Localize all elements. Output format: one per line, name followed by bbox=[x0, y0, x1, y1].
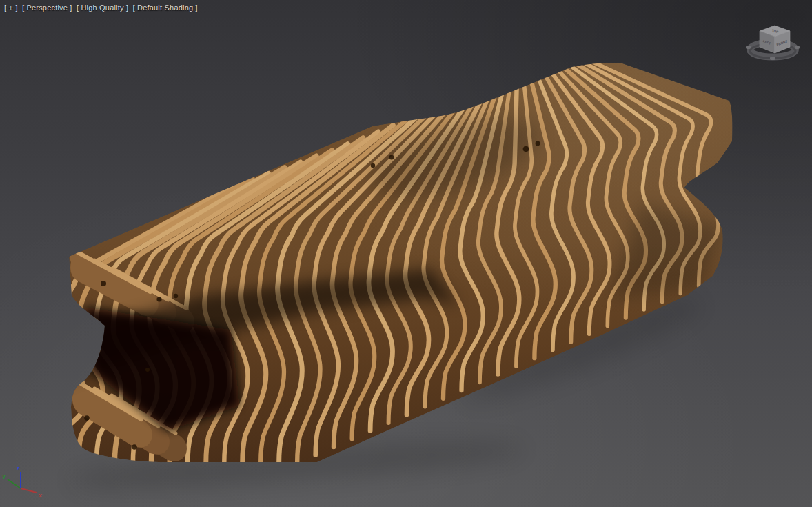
screw-hole bbox=[101, 281, 106, 286]
viewcube-ring-nub-south[interactable] bbox=[770, 57, 775, 60]
viewport-shading-menu[interactable]: [ Default Shading ] bbox=[133, 3, 198, 12]
screw-hole bbox=[145, 368, 150, 372]
screw-hole bbox=[132, 444, 137, 450]
screw-hole bbox=[174, 294, 178, 298]
x-axis-label: x bbox=[39, 492, 42, 499]
screw-hole bbox=[523, 146, 529, 152]
viewcube-ring-nub-west[interactable] bbox=[746, 46, 751, 49]
screw-hole bbox=[84, 415, 90, 421]
3d-viewport[interactable]: [ + ] [ Perspective ] [ High Quality ] [… bbox=[0, 0, 812, 507]
viewport-quality-menu[interactable]: [ High Quality ] bbox=[77, 3, 128, 12]
viewport-plus-menu[interactable]: [ + ] bbox=[4, 3, 18, 12]
screw-hole bbox=[389, 155, 394, 160]
viewport-pov-menu[interactable]: [ Perspective ] bbox=[22, 3, 72, 12]
screw-hole bbox=[156, 297, 161, 301]
y-axis-label: y bbox=[2, 473, 6, 479]
viewcube-ring-nub-east[interactable] bbox=[795, 46, 800, 49]
screw-hole bbox=[371, 163, 375, 168]
z-axis-label: z bbox=[17, 465, 20, 472]
viewport-overlay-label: [ + ] [ Perspective ] [ High Quality ] [… bbox=[4, 3, 200, 12]
viewport-canvas[interactable]: TOP LEFT FRONT x y z bbox=[0, 0, 812, 507]
screw-hole bbox=[536, 141, 540, 146]
